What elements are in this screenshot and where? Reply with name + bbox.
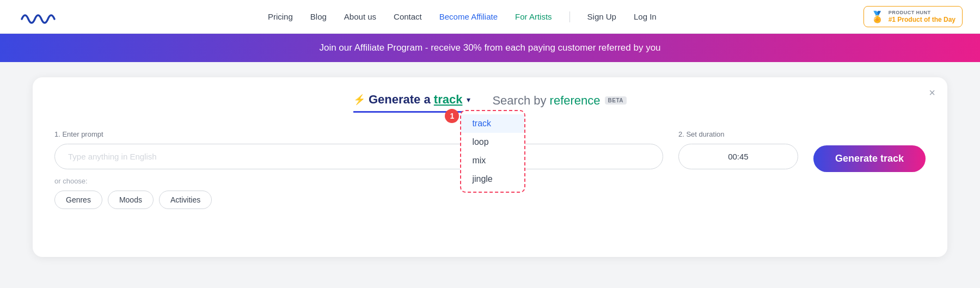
search-tab-label: Search by reference: [492, 94, 600, 108]
ph-title: #1 Product of the Day: [889, 16, 955, 23]
duration-section: 2. Set duration: [678, 130, 798, 169]
prompt-input[interactable]: [54, 144, 663, 169]
step1-label: 1. Enter prompt: [54, 130, 663, 138]
tab-search[interactable]: Search by reference BETA: [492, 94, 627, 112]
close-button[interactable]: ×: [929, 87, 935, 98]
activities-button[interactable]: Activities: [159, 191, 212, 209]
dropdown-item-mix[interactable]: mix: [461, 151, 524, 170]
product-hunt-badge[interactable]: 🏅 PRODUCT HUNT #1 Product of the Day: [863, 6, 963, 27]
dropdown-item-jingle[interactable]: jingle: [461, 170, 524, 188]
dropdown-menu: 1 track loop mix jingle: [460, 110, 525, 193]
nav-pricing[interactable]: Pricing: [268, 12, 293, 21]
logo-icon: [17, 7, 61, 27]
nav-artists[interactable]: For Artists: [515, 12, 552, 21]
duration-input[interactable]: [678, 144, 798, 169]
ph-label: PRODUCT HUNT: [889, 10, 955, 16]
nav-about[interactable]: About us: [344, 12, 376, 21]
main-card: × ⚡ Generate a track ▾ 1 track loo: [33, 77, 947, 257]
nav-links: Pricing Blog About us Contact Become Aff…: [268, 11, 657, 22]
tab-generate[interactable]: ⚡ Generate a track ▾ 1 track loop mix ji…: [353, 93, 470, 113]
login-link[interactable]: Log In: [634, 12, 657, 21]
logo[interactable]: [17, 7, 61, 27]
moods-button[interactable]: Moods: [108, 191, 154, 209]
choose-buttons-group: Genres Moods Activities: [54, 191, 663, 209]
generate-tab-label: Generate a track: [369, 93, 462, 107]
chevron-down-icon: ▾: [467, 95, 470, 104]
main-area: × ⚡ Generate a track ▾ 1 track loo: [0, 62, 980, 288]
navbar: Pricing Blog About us Contact Become Aff…: [0, 0, 980, 34]
beta-badge: BETA: [605, 96, 627, 105]
medal-icon: 🏅: [871, 10, 884, 23]
nav-divider: [569, 11, 570, 22]
lightning-icon: ⚡: [353, 94, 365, 106]
nav-contact[interactable]: Contact: [394, 12, 422, 21]
nav-blog[interactable]: Blog: [310, 12, 327, 21]
track-type-dropdown[interactable]: ▾ 1 track loop mix jingle: [465, 95, 470, 105]
generate-button[interactable]: Generate track: [813, 145, 926, 172]
ph-text: PRODUCT HUNT #1 Product of the Day: [889, 10, 955, 23]
dropdown-item-loop[interactable]: loop: [461, 133, 524, 151]
generate-section: Generate track: [813, 130, 926, 172]
track-word: track: [434, 93, 463, 106]
affiliate-banner[interactable]: Join our Affiliate Program - receive 30%…: [0, 34, 980, 62]
search-prefix: Search by: [492, 94, 549, 107]
genres-button[interactable]: Genres: [54, 191, 102, 209]
step2-label: 2. Set duration: [678, 130, 798, 138]
banner-text: Join our Affiliate Program - receive 30%…: [319, 42, 660, 53]
nav-affiliate[interactable]: Become Affiliate: [439, 12, 498, 21]
step-badge: 1: [445, 109, 459, 123]
generate-prefix: Generate a: [369, 93, 434, 106]
tabs-row: ⚡ Generate a track ▾ 1 track loop mix ji…: [54, 93, 926, 113]
reference-word: reference: [550, 94, 601, 107]
prompt-section: 1. Enter prompt or choose: Genres Moods …: [54, 130, 663, 209]
dropdown-item-track[interactable]: track: [461, 114, 524, 133]
or-choose-label: or choose:: [54, 177, 663, 185]
signup-link[interactable]: Sign Up: [587, 12, 616, 21]
